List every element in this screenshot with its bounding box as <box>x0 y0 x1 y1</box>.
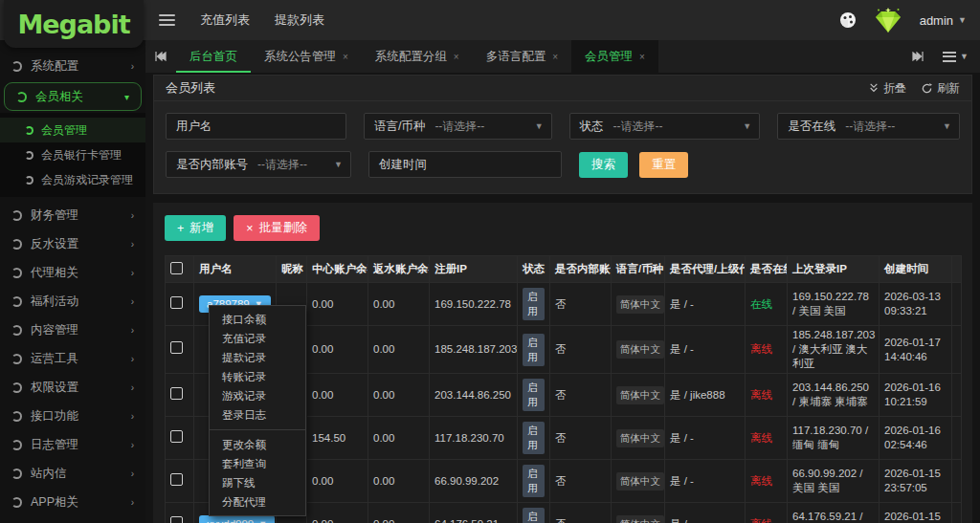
internal-cell: 否 <box>550 503 612 523</box>
row-checkbox[interactable] <box>170 516 183 523</box>
tab-close-icon[interactable]: × <box>454 52 459 62</box>
row-checkbox[interactable] <box>170 473 183 486</box>
tabs-scroll-left-icon[interactable] <box>145 40 176 73</box>
sidebar-item-10[interactable]: 日志管理› <box>0 430 145 459</box>
tab-close-icon[interactable]: × <box>552 52 558 62</box>
bulk-delete-button[interactable]: × 批量删除 <box>234 215 319 241</box>
status-cell: 启用 <box>518 460 550 503</box>
tabbar: 后台首页系统公告管理×系统配置分组×多语言配置×会员管理× ▼ <box>145 40 980 73</box>
sidebar-item-label: 反水设置 <box>31 236 78 252</box>
tabs-scroll-right-icon[interactable] <box>902 52 933 61</box>
row-checkbox[interactable] <box>170 387 183 400</box>
sidebar-item-0[interactable]: 系统配置› <box>0 52 145 80</box>
filter-select[interactable]: --请选择--▼ <box>845 114 959 139</box>
filter-select[interactable]: --请选择--▼ <box>257 152 350 177</box>
sidebar-subitem-0[interactable]: 会员管理 <box>0 118 145 142</box>
reset-button[interactable]: 重置 <box>639 152 688 178</box>
avatar[interactable] <box>872 6 904 34</box>
topnav-item-0[interactable]: 充值列表 <box>200 11 250 29</box>
collapse-label: 折叠 <box>883 80 906 97</box>
sidebar-toggle-icon[interactable] <box>159 14 175 26</box>
tab-1[interactable]: 系统公告管理× <box>251 40 362 73</box>
user-menu-item-9[interactable]: 分配代理 <box>210 492 305 512</box>
column-header-7: 语言/币种 <box>612 256 665 283</box>
language-cell: 简体中文 <box>612 283 665 326</box>
filter-r1-2: 状态--请选择--▼ <box>569 113 761 140</box>
tab-4[interactable]: 会员管理× <box>571 40 658 73</box>
collapse-button[interactable]: 折叠 <box>869 80 906 97</box>
chevron-right-icon: › <box>131 239 134 250</box>
sidebar-item-1[interactable]: 会员相关▾ <box>4 82 142 111</box>
language-badge: 简体中文 <box>616 472 664 490</box>
column-header-10: 上次登录IP <box>788 256 880 283</box>
sidebar-item-5[interactable]: 福利活动› <box>0 287 145 316</box>
filter-label: 是否在线 <box>778 119 845 135</box>
panel-actions: 折叠 刷新 <box>869 80 960 97</box>
tab-close-icon[interactable]: × <box>343 52 348 62</box>
select-all-checkbox[interactable] <box>170 262 183 274</box>
filter-text-input[interactable] <box>436 152 542 177</box>
sidebar-subitem-1[interactable]: 会员银行卡管理 <box>0 142 145 167</box>
sidebar-item-13[interactable]: 广告超链接› <box>0 516 145 523</box>
circle-icon <box>11 210 22 221</box>
sidebar-item-4[interactable]: 代理相关› <box>0 258 145 287</box>
user-menu-item-1[interactable]: 充值记录 <box>210 329 305 348</box>
circle-icon <box>11 497 22 508</box>
row-checkbox[interactable] <box>170 296 183 309</box>
sidebar-item-8[interactable]: 权限设置› <box>0 373 145 402</box>
sidebar-submenu: 会员管理会员银行卡管理会员游戏记录管理 <box>0 113 145 197</box>
row-checkbox[interactable] <box>170 430 183 443</box>
filter-select[interactable]: --请选择--▼ <box>613 114 760 139</box>
row-checkbox-cell <box>166 503 194 523</box>
username-label: xyydd999 <box>207 518 254 523</box>
filter-text-input[interactable] <box>222 114 326 139</box>
refresh-label: 刷新 <box>937 80 960 97</box>
sidebar-item-12[interactable]: APP相关› <box>0 488 145 516</box>
filter-select[interactable]: --请选择--▼ <box>434 114 550 139</box>
sidebar-item-11[interactable]: 站内信› <box>0 459 145 488</box>
select-value: --请选择-- <box>434 119 484 135</box>
user-menu-button[interactable]: admin ▼ <box>920 13 967 28</box>
sidebar-item-6[interactable]: 内容管理› <box>0 316 145 344</box>
refresh-button[interactable]: 刷新 <box>922 80 960 97</box>
user-menu-item-7[interactable]: 套利查询 <box>210 454 305 473</box>
panel-header: 会员列表 折叠 刷新 <box>154 76 971 101</box>
tab-0[interactable]: 后台首页 <box>176 40 251 73</box>
status-badge: 启用 <box>523 334 545 366</box>
theme-palette-icon[interactable] <box>839 11 857 29</box>
tab-3[interactable]: 多语言配置× <box>473 40 571 73</box>
user-menu-item-0[interactable]: 接口余额 <box>210 310 305 329</box>
user-action-menu: 接口余额充值记录提款记录转账记录游戏记录登录日志更改余额套利查询踢下线分配代理 <box>209 305 306 516</box>
user-menu-item-3[interactable]: 转账记录 <box>210 367 305 386</box>
chevron-down-icon: ▼ <box>334 160 343 169</box>
user-menu-item-5[interactable]: 登录日志 <box>210 405 305 425</box>
user-menu-item-6[interactable]: 更改余额 <box>210 435 305 454</box>
tabs-menu-button[interactable]: ▼ <box>937 52 974 62</box>
tab-2[interactable]: 系统配置分组× <box>362 40 473 73</box>
sidebar-item-9[interactable]: 接口功能› <box>0 402 145 430</box>
user-menu-item-8[interactable]: 踢下线 <box>210 473 305 492</box>
row-checkbox[interactable] <box>170 341 183 354</box>
internal-cell: 否 <box>550 460 612 503</box>
bulk-delete-label: 批量删除 <box>259 220 307 236</box>
sidebar: 系统配置›会员相关▾会员管理会员银行卡管理会员游戏记录管理财务管理›反水设置›代… <box>0 40 145 523</box>
search-button[interactable]: 搜索 <box>579 152 628 178</box>
user-menu-item-2[interactable]: 提款记录 <box>210 348 305 367</box>
sidebar-item-7[interactable]: 运营工具› <box>0 344 145 373</box>
topnav-item-1[interactable]: 提款列表 <box>275 11 324 29</box>
last-login-ip-cell: 203.144.86.250 / 柬埔寨 柬埔寨 <box>788 374 880 417</box>
username-dropdown-button[interactable]: xyydd999▼ <box>199 515 275 523</box>
select-value: --请选择-- <box>257 157 307 173</box>
sidebar-item-2[interactable]: 财务管理› <box>0 201 145 229</box>
user-menu-item-4[interactable]: 游戏记录 <box>210 386 305 405</box>
sidebar-item-3[interactable]: 反水设置› <box>0 229 145 258</box>
chevron-down-icon: ▼ <box>743 121 751 131</box>
sidebar-subitem-2[interactable]: 会员游戏记录管理 <box>0 167 145 192</box>
add-button[interactable]: + 新增 <box>165 215 226 241</box>
brand-logo[interactable]: Megabit <box>17 10 129 39</box>
tab-close-icon[interactable]: × <box>639 52 645 62</box>
sidebar-item-label: 接口功能 <box>31 408 78 425</box>
sidebar-item-label: 财务管理 <box>31 207 78 224</box>
circle-icon <box>11 268 22 278</box>
status-badge: 启用 <box>523 465 545 497</box>
